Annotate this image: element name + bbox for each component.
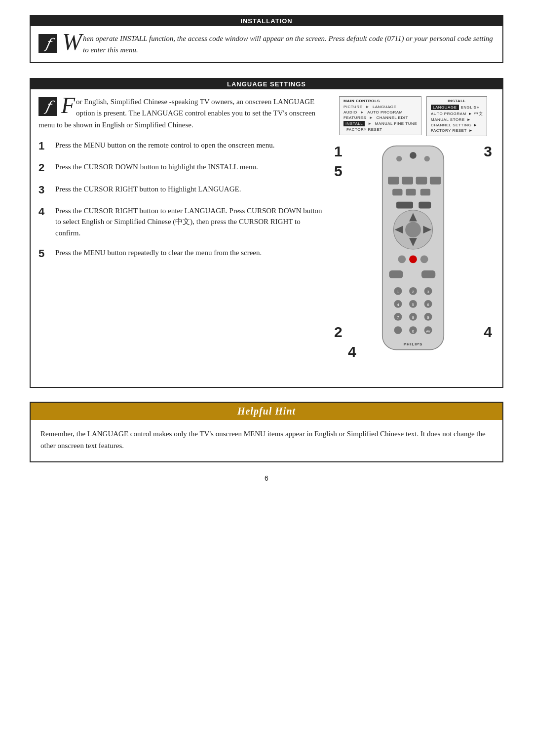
svg-point-21 (420, 255, 428, 263)
svg-rect-4 (388, 177, 399, 185)
remote-svg: 1 2 3 4 5 6 7 8 9 AV 0 PHILIPS (364, 143, 462, 355)
menu-box-2: INSTALL LANGUAGE ENGLISH AUTO PROGRAM ► … (426, 96, 487, 136)
arrow-picture: ► (366, 105, 370, 109)
menu2-row-factoryreset: FACTORY RESET ► (431, 128, 483, 133)
svg-rect-23 (421, 270, 435, 278)
remote-container: 1 5 3 2 4 4 (334, 143, 492, 380)
language-intro: 𝑓 F or English, Simplified Chinese -spea… (38, 96, 323, 131)
language-section: Language Settings 𝑓 F or English, Simpli… (30, 78, 503, 388)
svg-text:PHILIPS: PHILIPS (404, 342, 423, 346)
language-right-col: MAIN CONTROLS PICTURE ► LANGUAGE AUDIO ►… (332, 96, 495, 380)
menu2-val-english: ENGLISH (461, 105, 480, 110)
page-wrapper: Installation 𝑓 W hen operate INSTALL fun… (30, 0, 503, 512)
step-1-num: 1 (38, 140, 50, 152)
menu-label-picture: PICTURE (343, 105, 363, 109)
svg-text:0: 0 (412, 329, 415, 334)
menu-val-channeledit: CHANNEL EDIT (376, 115, 408, 120)
step-3: 3 Press the CURSOR RIGHT button to Highl… (38, 184, 323, 196)
step-4: 4 Press the CURSOR RIGHT button to enter… (38, 205, 323, 239)
menu-val-factory: FACTORY RESET (346, 127, 382, 132)
svg-point-2 (410, 152, 417, 159)
menu2-label-autoprog: AUTO PROGRAM (431, 112, 466, 116)
menu-label-features: FEATURES (343, 115, 366, 120)
lang-intro-text: or English, Simplified Chinese -speaking… (38, 98, 315, 129)
svg-rect-9 (406, 189, 416, 196)
menu2-label-language: LANGUAGE (431, 105, 458, 110)
arrow2-factoryreset: ► (469, 128, 473, 133)
helpful-hint-body: Remember, the LANGUAGE control makes onl… (31, 420, 502, 461)
big-f: F (61, 94, 75, 117)
svg-text:5: 5 (412, 302, 415, 307)
menu-row-picture: PICTURE ► LANGUAGE (343, 105, 417, 109)
svg-text:3: 3 (427, 290, 429, 294)
svg-text:4: 4 (397, 302, 399, 307)
svg-rect-6 (416, 177, 427, 185)
svg-text:7: 7 (397, 315, 399, 320)
install-icon: 𝑓 (38, 34, 57, 53)
menu2-val-chinese: 中文 (474, 111, 483, 116)
svg-point-19 (398, 255, 406, 263)
step-2-num: 2 (38, 161, 50, 174)
menu-screenshots: MAIN CONTROLS PICTURE ► LANGUAGE AUDIO ►… (339, 96, 487, 136)
menu-row-features: FEATURES ► CHANNEL EDIT (343, 115, 417, 120)
step-overlay-3: 3 (484, 143, 492, 160)
menu2-row-manualstore: MANUAL STORE ► (431, 117, 483, 122)
svg-point-33 (394, 326, 402, 334)
svg-point-3 (424, 156, 430, 161)
svg-text:AV: AV (426, 330, 430, 333)
arrow-audio: ► (360, 110, 364, 114)
installation-section: Installation 𝑓 W hen operate INSTALL fun… (30, 15, 503, 63)
language-left-col: 𝑓 F or English, Simplified Chinese -spea… (38, 96, 323, 380)
big-w: W (62, 30, 82, 54)
language-header: Language Settings (31, 79, 502, 89)
installation-body-text: hen operate INSTALL function, the access… (83, 35, 493, 54)
svg-point-20 (409, 255, 417, 263)
menu2-row-language: LANGUAGE ENGLISH (431, 105, 483, 110)
menu-val-manualfine: MANUAL FINE TUNE (375, 121, 417, 126)
svg-rect-8 (392, 189, 402, 196)
step-3-text: Press the CURSOR RIGHT button to Highlig… (55, 184, 241, 195)
helpful-hint-header: Helpful Hint (31, 403, 502, 420)
menu-row-audio: AUDIO ► AUTO PROGRAM (343, 110, 417, 114)
menu2-row-channelsetting: CHANNEL SETTING ► (431, 123, 483, 127)
step-overlay-2: 2 (334, 324, 343, 340)
svg-rect-11 (396, 202, 413, 209)
svg-rect-12 (419, 202, 431, 209)
svg-text:8: 8 (412, 315, 415, 320)
menu2-label-factoryreset: FACTORY RESET (431, 128, 467, 133)
arrow2-autoprog: ► (468, 112, 472, 116)
menu-label-install: INSTALL (343, 121, 365, 126)
menu-val-language: LANGUAGE (373, 105, 396, 109)
page-number: 6 (30, 474, 503, 482)
menu-2-title: INSTALL (431, 99, 483, 103)
step-overlay-5: 5 (334, 163, 343, 180)
svg-text:9: 9 (427, 315, 429, 320)
menu2-row-autoprog: AUTO PROGRAM ► 中文 (431, 111, 483, 116)
arrow-features: ► (369, 115, 373, 120)
svg-rect-7 (430, 177, 441, 185)
step-overlay-4-right: 4 (484, 324, 492, 340)
step-overlay-4-bottom: 4 (348, 343, 356, 360)
step-3-num: 3 (38, 184, 50, 196)
installation-header: Installation (31, 16, 502, 26)
step-overlay-1: 1 (334, 143, 343, 160)
step-5: 5 Press the MENU button repeatedly to cl… (38, 247, 323, 260)
menu-label-audio: AUDIO (343, 110, 357, 114)
svg-rect-5 (402, 177, 413, 185)
language-body: 𝑓 F or English, Simplified Chinese -spea… (31, 89, 502, 387)
step-1: 1 Press the MENU button on the remote co… (38, 140, 323, 152)
svg-rect-10 (420, 189, 430, 196)
arrow2-channelsetting: ► (473, 123, 477, 127)
menu-row-install: INSTALL ► MANUAL FINE TUNE (343, 121, 417, 126)
step-4-num: 4 (38, 205, 50, 218)
step-1-text: Press the MENU button on the remote cont… (55, 140, 275, 151)
svg-rect-22 (389, 270, 403, 278)
step-2: 2 Press the CURSOR DOWN button to highli… (38, 161, 323, 174)
installation-text: W hen operate INSTALL function, the acce… (62, 33, 495, 55)
svg-text:1: 1 (397, 290, 399, 294)
svg-point-1 (396, 156, 402, 161)
helpful-hint-section: Helpful Hint Remember, the LANGUAGE cont… (30, 402, 503, 462)
step-2-text: Press the CURSOR DOWN button to highligh… (55, 161, 258, 173)
step-4-text: Press the CURSOR RIGHT button to enter L… (55, 205, 323, 239)
language-steps: 1 Press the MENU button on the remote co… (38, 140, 323, 261)
